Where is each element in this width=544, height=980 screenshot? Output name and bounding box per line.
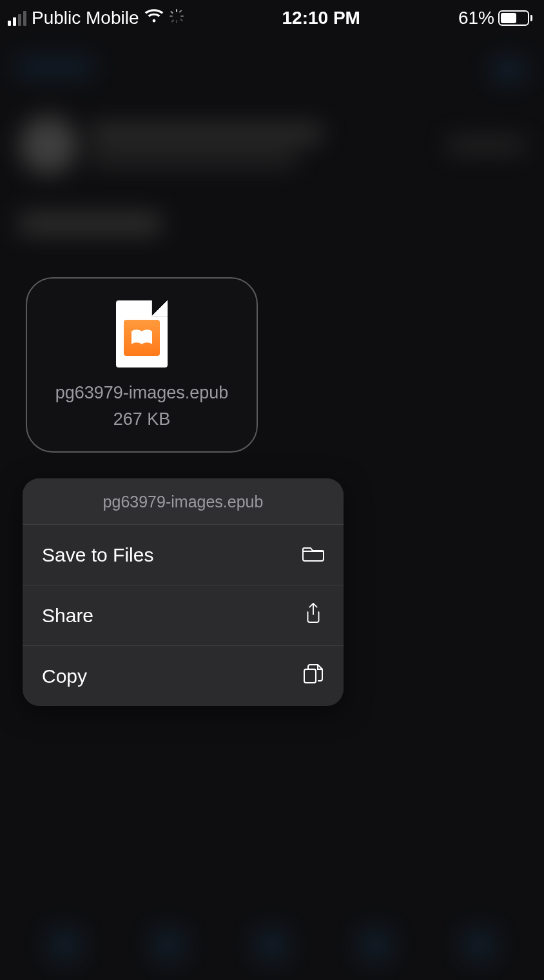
file-name-label: pg63979-images.epub	[55, 383, 229, 403]
file-attachment-preview[interactable]: pg63979-images.epub 267 KB	[26, 277, 258, 453]
menu-item-label: Share	[42, 605, 93, 627]
folder-icon	[302, 542, 324, 568]
svg-rect-8	[304, 669, 316, 683]
context-menu: pg63979-images.epub Save to Files Share …	[23, 478, 344, 706]
menu-item-copy[interactable]: Copy	[23, 646, 344, 706]
epub-file-icon	[116, 300, 168, 368]
menu-item-save-to-files[interactable]: Save to Files	[23, 525, 344, 585]
copy-icon	[302, 663, 324, 689]
menu-item-label: Copy	[42, 665, 87, 687]
file-size-label: 267 KB	[113, 409, 171, 429]
share-icon	[302, 602, 324, 629]
menu-item-label: Save to Files	[42, 544, 153, 566]
context-menu-header: pg63979-images.epub	[23, 478, 344, 525]
book-icon	[124, 320, 160, 356]
menu-item-share[interactable]: Share	[23, 585, 344, 646]
